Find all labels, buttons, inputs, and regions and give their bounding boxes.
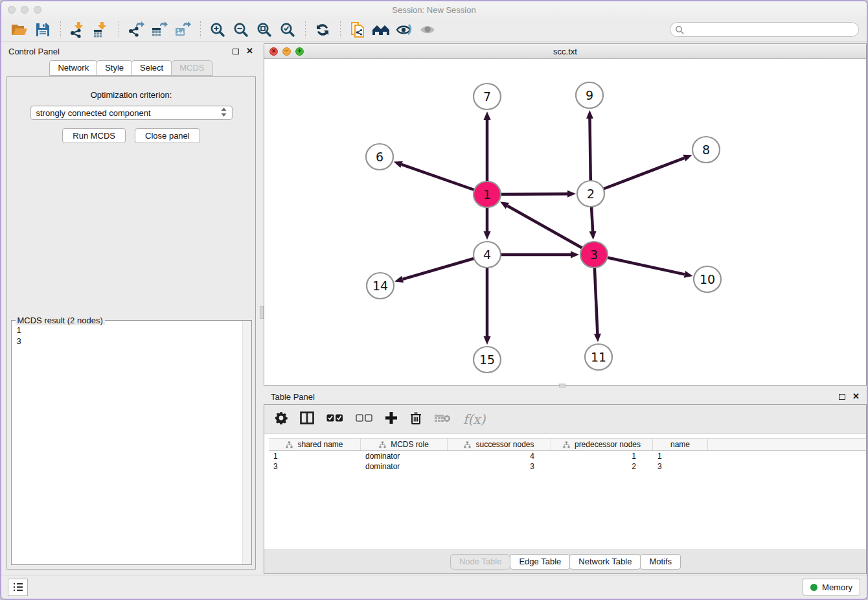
tab-select[interactable]: Select [131, 60, 172, 76]
column-header-MCDS-role[interactable]: MCDS role [361, 439, 448, 450]
status-bar: Memory [1, 575, 867, 599]
run-mcds-button[interactable]: Run MCDS [62, 128, 126, 143]
split-view-icon[interactable] [300, 411, 314, 427]
table-row[interactable]: 1dominator411 [269, 451, 866, 461]
network-canvas[interactable]: 7968124314101511 [264, 59, 866, 385]
delete-icon[interactable] [410, 411, 422, 427]
column-header-predecessor-nodes[interactable]: predecessor nodes [551, 439, 653, 450]
column-header-name[interactable]: name [653, 439, 708, 450]
graph-arrowhead-4-3 [571, 251, 579, 259]
graph-node-1[interactable]: 1 [474, 181, 501, 207]
zoom-in-icon[interactable] [206, 20, 229, 40]
cell-predecessor-nodes: 1 [551, 452, 653, 461]
network-window-titlebar: × − + scc.txt [264, 44, 866, 59]
add-icon[interactable] [385, 411, 398, 427]
task-history-button[interactable] [8, 579, 28, 596]
maximize-window-icon[interactable] [34, 6, 41, 14]
network-maximize-icon[interactable]: + [295, 47, 304, 56]
search-input[interactable] [687, 25, 854, 35]
float-table-panel-icon[interactable] [839, 394, 845, 400]
search-box[interactable] [670, 22, 859, 37]
import-table-icon[interactable] [89, 20, 113, 40]
select-stepper-icon [221, 108, 227, 119]
close-window-icon[interactable] [8, 6, 16, 14]
close-table-panel-icon[interactable]: ✕ [852, 393, 860, 400]
hierarchy-icon [286, 441, 293, 448]
graph-node-2[interactable]: 2 [577, 181, 604, 207]
zoom-selected-icon[interactable] [276, 20, 299, 40]
optimization-criterion-label: Optimization criterion: [91, 90, 172, 100]
network-close-icon[interactable]: × [269, 47, 278, 56]
graph-node-15[interactable]: 15 [474, 347, 501, 373]
hide-selected-icon[interactable] [393, 20, 416, 40]
cell-MCDS-role: dominator [361, 452, 448, 461]
graph-node-14[interactable]: 14 [367, 273, 394, 299]
tab-edge-table[interactable]: Edge Table [510, 554, 570, 570]
first-neighbors-icon[interactable] [369, 20, 393, 40]
column-header-shared-name[interactable]: shared name [269, 439, 361, 450]
tab-network-table[interactable]: Network Table [569, 554, 641, 570]
select-all-icon[interactable] [326, 413, 343, 425]
float-panel-icon[interactable] [233, 49, 239, 54]
export-image-icon[interactable] [171, 20, 194, 40]
gear-icon[interactable] [275, 411, 288, 427]
mcds-panel: Optimization criterion: strongly connect… [6, 76, 256, 570]
svg-text:14: 14 [372, 279, 388, 293]
search-icon [675, 25, 684, 34]
minimize-window-icon[interactable] [21, 6, 29, 14]
network-window-title: scc.txt [264, 47, 866, 56]
network-graph[interactable]: 7968124314101511 [264, 59, 868, 385]
show-all-icon[interactable] [416, 20, 439, 40]
graph-arrowhead-4-14 [394, 276, 404, 283]
deselect-all-icon[interactable] [356, 413, 372, 425]
save-session-icon[interactable] [31, 20, 54, 40]
cell-predecessor-nodes: 2 [551, 462, 653, 471]
cell-successor-nodes: 3 [448, 462, 551, 471]
table-panel-body: f(x) shared nameMCDS rolesuccessor nodes… [264, 404, 867, 574]
control-panel-header: Control Panel ✕ [1, 42, 260, 60]
svg-text:1: 1 [483, 187, 491, 202]
graph-node-8[interactable]: 8 [692, 137, 720, 163]
graph-edge-3-1[interactable] [507, 206, 594, 255]
zoom-out-icon[interactable] [229, 20, 253, 40]
cell-shared-name: 1 [269, 452, 361, 461]
memory-status-icon [810, 584, 817, 591]
graph-node-7[interactable]: 7 [474, 84, 501, 110]
function-builder-icon: f(x) [463, 411, 485, 427]
zoom-fit-icon[interactable] [253, 20, 276, 40]
export-network-icon[interactable] [124, 20, 148, 40]
graph-node-10[interactable]: 10 [694, 266, 721, 292]
graph-node-6[interactable]: 6 [366, 144, 393, 170]
memory-button[interactable]: Memory [803, 579, 860, 595]
graph-node-11[interactable]: 11 [585, 344, 612, 370]
graph-arrowhead-4-15 [484, 336, 491, 345]
duplicate-network-icon[interactable] [346, 20, 369, 40]
graph-edge-2-8[interactable] [591, 158, 684, 194]
tab-mcds[interactable]: MCDS [171, 60, 212, 76]
close-panel-icon[interactable]: ✕ [246, 48, 253, 54]
network-minimize-icon[interactable]: − [282, 47, 291, 56]
graph-node-3[interactable]: 3 [580, 242, 608, 268]
open-session-icon[interactable] [8, 20, 31, 40]
graph-arrowhead-2-9 [586, 110, 593, 119]
graph-arrowhead-3-10 [684, 271, 693, 278]
graph-arrowhead-3-11 [594, 334, 601, 342]
tab-node-table[interactable]: Node Table [450, 554, 511, 570]
result-scrollbar[interactable] [242, 321, 251, 564]
export-table-icon[interactable] [148, 20, 171, 40]
column-header-successor-nodes[interactable]: successor nodes [448, 439, 551, 450]
graph-node-4[interactable]: 4 [474, 242, 501, 268]
toolbar-separator [118, 21, 119, 38]
cell-name: 3 [653, 462, 708, 471]
window-titlebar: Session: New Session [1, 1, 867, 18]
table-row[interactable]: 3dominator323 [269, 461, 866, 472]
tab-style[interactable]: Style [97, 60, 132, 76]
refresh-network-icon[interactable] [311, 20, 334, 40]
tab-network[interactable]: Network [49, 60, 97, 76]
close-panel-button[interactable]: Close panel [135, 128, 200, 143]
table-panel: Table Panel ✕ [264, 387, 867, 575]
graph-node-9[interactable]: 9 [576, 82, 603, 108]
tab-motifs[interactable]: Motifs [640, 554, 681, 570]
optimization-criterion-select[interactable]: strongly connected component [30, 106, 233, 120]
import-network-icon[interactable] [66, 20, 89, 40]
